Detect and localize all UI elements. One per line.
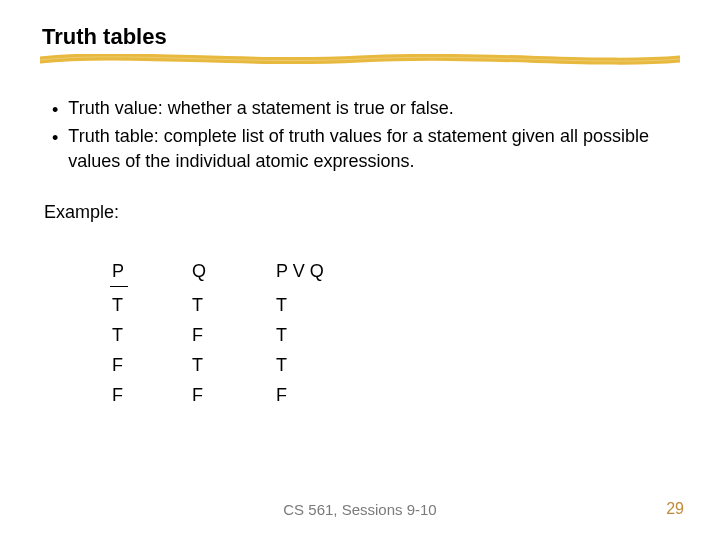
bullet-item: • Truth value: whether a statement is tr…	[52, 96, 662, 122]
table-cell: F	[192, 325, 276, 346]
table-row: T F T	[112, 320, 356, 350]
table-cell: T	[192, 295, 276, 316]
table-cell: F	[112, 355, 192, 376]
page-number: 29	[666, 500, 684, 518]
table-header-cell: P	[112, 261, 192, 282]
table-cell: F	[192, 385, 276, 406]
bullet-item: • Truth table: complete list of truth va…	[52, 124, 662, 173]
bullet-icon: •	[52, 126, 58, 150]
table-row: T T T	[112, 290, 356, 320]
bullet-list: • Truth value: whether a statement is tr…	[52, 96, 662, 175]
title-underline	[40, 54, 680, 68]
truth-table: P Q P V Q T T T T F T F T T F F F	[112, 256, 356, 410]
table-header-row: P Q P V Q	[112, 256, 356, 286]
table-header-cell: Q	[192, 261, 276, 282]
bullet-icon: •	[52, 98, 58, 122]
table-cell: T	[276, 295, 356, 316]
slide: Truth tables • Truth value: whether a st…	[0, 0, 720, 540]
example-label: Example:	[44, 202, 119, 223]
footer-text: CS 561, Sessions 9-10	[0, 501, 720, 518]
table-cell: T	[112, 325, 192, 346]
table-cell: T	[112, 295, 192, 316]
header-underline	[110, 286, 128, 287]
slide-title: Truth tables	[42, 24, 167, 50]
table-cell: F	[112, 385, 192, 406]
table-cell: F	[276, 385, 356, 406]
bullet-text: Truth value: whether a statement is true…	[68, 96, 662, 120]
table-cell: T	[276, 355, 356, 376]
table-row: F F F	[112, 380, 356, 410]
table-cell: T	[276, 325, 356, 346]
bullet-text: Truth table: complete list of truth valu…	[68, 124, 662, 173]
table-cell: T	[192, 355, 276, 376]
table-row: F T T	[112, 350, 356, 380]
table-header-cell: P V Q	[276, 261, 356, 282]
